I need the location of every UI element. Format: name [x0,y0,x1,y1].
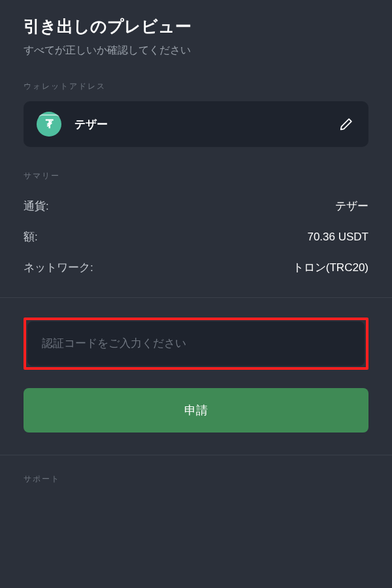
wallet-token-name: テザー [74,117,108,132]
divider [0,455,392,455]
page-subtitle: すべてが正しいか確認してください [24,44,368,57]
auth-input-highlight [24,318,368,370]
summary-row-value: 70.36 USDT [307,231,368,244]
summary-section-label: サマリー [24,171,368,182]
auth-code-input[interactable] [27,321,365,366]
summary-row-label: 通貨: [24,199,49,214]
page-title: 引き出しのプレビュー [24,0,368,37]
summary-row-network: ネットワーク: トロン(TRC20) [24,252,368,283]
pencil-icon [339,117,353,131]
summary-row-currency: 通貨: テザー [24,191,368,221]
tether-icon: ₮ [37,112,61,137]
wallet-section-label: ウォレットアドレス [24,81,368,92]
wallet-address-row[interactable]: ₮ テザー [24,101,368,147]
summary-row-value: トロン(TRC20) [293,260,368,275]
tether-glyph: ₮ [46,117,53,131]
summary-row-amount: 額: 70.36 USDT [24,221,368,252]
edit-wallet-button[interactable] [337,115,355,133]
summary-row-label: ネットワーク: [24,260,93,275]
divider [0,297,392,298]
summary-row-label: 額: [24,229,38,244]
support-section-label: サポート [24,474,368,485]
submit-button[interactable]: 申請 [24,388,368,433]
summary-row-value: テザー [335,199,368,214]
